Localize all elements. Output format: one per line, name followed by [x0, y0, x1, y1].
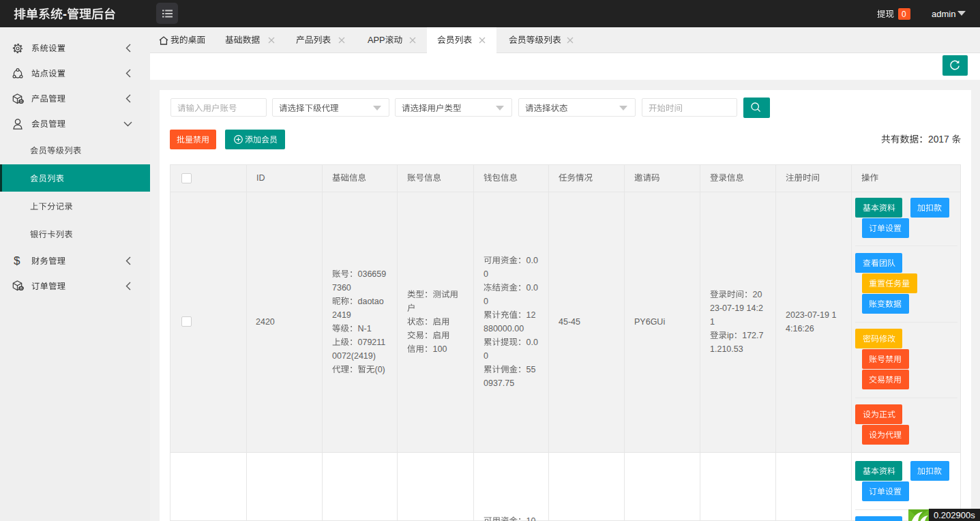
svg-text:100: 100 [433, 344, 447, 354]
svg-text:N-1: N-1 [357, 324, 371, 333]
svg-text:2017: 2017 [928, 134, 949, 145]
svg-text:APP: APP [368, 35, 385, 45]
svg-text:daotao: daotao [357, 297, 383, 306]
svg-text:2419: 2419 [332, 310, 351, 320]
svg-text:10: 10 [526, 516, 535, 521]
svg-text:1.210.53: 1.210.53 [710, 344, 743, 354]
svg-text:0.0: 0.0 [526, 256, 537, 265]
svg-text:880000.00: 880000.00 [484, 324, 524, 333]
svg-text:PY6GUi: PY6GUi [634, 317, 665, 327]
svg-text:4:16:26: 4:16:26 [786, 324, 814, 333]
svg-text:2023-07-19 1: 2023-07-19 1 [786, 310, 836, 320]
svg-text:2420: 2420 [256, 317, 275, 327]
svg-text:12: 12 [526, 310, 535, 320]
svg-text:(0): (0) [374, 365, 385, 374]
svg-text:0.0: 0.0 [526, 338, 537, 347]
svg-text:1: 1 [710, 317, 715, 327]
svg-text:0: 0 [484, 351, 488, 361]
svg-text:ID: ID [256, 173, 265, 183]
svg-text:-: - [63, 8, 67, 21]
svg-text:55: 55 [526, 365, 535, 374]
svg-text:0937.75: 0937.75 [484, 378, 514, 388]
svg-text:23-07-19 14:2: 23-07-19 14:2 [710, 303, 763, 313]
svg-text:20: 20 [753, 290, 762, 299]
svg-text:0: 0 [902, 10, 906, 19]
svg-text:admin: admin [932, 9, 955, 19]
svg-text:079211: 079211 [357, 338, 385, 347]
svg-text:172.7: 172.7 [742, 331, 763, 340]
svg-text:0: 0 [484, 269, 488, 279]
svg-text:0.202900s: 0.202900s [934, 510, 975, 520]
svg-text:$: $ [14, 254, 20, 267]
svg-text:45-45: 45-45 [559, 317, 580, 327]
svg-text:036659: 036659 [357, 269, 386, 279]
svg-text:ip: ip [727, 331, 734, 340]
svg-text:0: 0 [484, 297, 488, 306]
svg-text:0.0: 0.0 [526, 283, 537, 293]
svg-text:0072(2419): 0072(2419) [332, 351, 376, 361]
svg-text:7360: 7360 [332, 283, 351, 293]
